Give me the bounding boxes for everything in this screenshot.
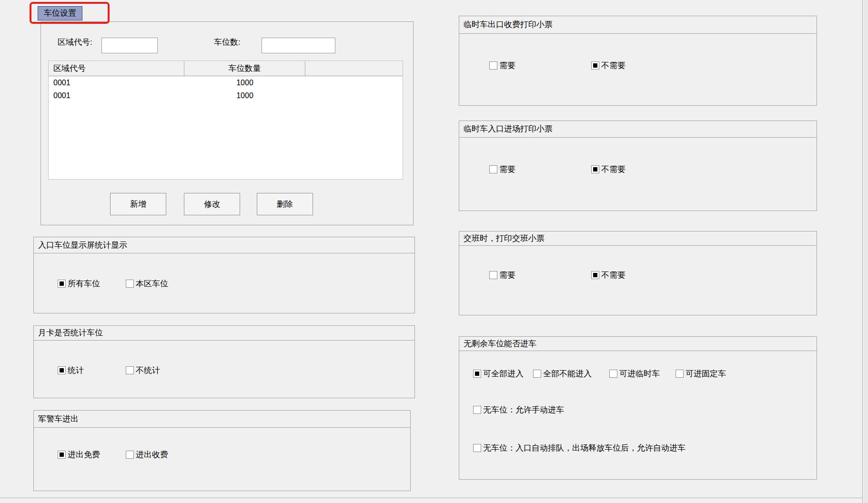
window-right-margin: [863, 0, 868, 503]
group-title: 临时车入口进场打印小票: [459, 121, 817, 138]
checkbox-charged-in-out[interactable]: [126, 451, 134, 459]
column-header-empty[interactable]: [305, 61, 403, 76]
space-count-input[interactable]: [262, 38, 335, 53]
checkbox-none-can-enter[interactable]: [533, 370, 541, 378]
checkbox-no-need[interactable]: [591, 165, 599, 173]
area-code-panel: 区域代号: 车位数: 区域代号 车位数量 0001 1000 0001 1000…: [40, 21, 414, 225]
checkbox-fixed-cars-can-enter[interactable]: [676, 370, 684, 378]
option-label: 需要: [499, 164, 515, 175]
option-label: 所有车位: [68, 278, 100, 289]
checkbox-need[interactable]: [489, 271, 497, 279]
group-title: 月卡是否统计车位: [34, 326, 414, 341]
area-code-label: 区域代号:: [58, 37, 92, 48]
option-manual-entry-allowed[interactable]: 无车位：允许手动进车: [473, 404, 564, 415]
modify-button[interactable]: 修改: [184, 193, 240, 215]
checkbox-no-need[interactable]: [591, 271, 599, 279]
option-label: 可进临时车: [619, 368, 660, 379]
option-label: 无车位：允许手动进车: [483, 404, 564, 415]
option-label: 可全部进入: [483, 368, 524, 379]
option-label: 本区车位: [136, 278, 168, 289]
checkbox-all-can-enter[interactable]: [473, 370, 481, 378]
shift-ticket-group: 交班时，打印交班小票 需要 不需要: [459, 231, 817, 315]
option-all-can-enter[interactable]: 可全部进入: [473, 368, 524, 379]
option-label: 进出收费: [136, 449, 168, 460]
option-label: 需要: [499, 270, 515, 281]
option-need[interactable]: 需要: [489, 60, 515, 71]
temp-entry-ticket-group: 临时车入口进场打印小票 需要 不需要: [459, 121, 817, 211]
option-none-can-enter[interactable]: 全部不能进入: [533, 368, 592, 379]
checkbox-count[interactable]: [58, 366, 66, 374]
checkbox-need[interactable]: [489, 165, 497, 173]
option-label: 统计: [68, 365, 84, 376]
cell-area-code: 0001: [49, 89, 184, 102]
group-title: 无剩余车位能否进车: [459, 337, 817, 351]
option-fixed-cars-can-enter[interactable]: 可进固定车: [676, 368, 726, 379]
option-no-need[interactable]: 不需要: [591, 270, 626, 281]
option-label: 无车位：入口自动排队，出场释放车位后，允许自动进车: [483, 443, 686, 453]
table-row[interactable]: 0001 1000: [49, 76, 403, 89]
space-count-label: 车位数:: [214, 37, 241, 48]
checkbox-all-spaces[interactable]: [58, 280, 66, 288]
add-button[interactable]: 新增: [110, 193, 166, 215]
window-bottom-highlight: [0, 498, 862, 499]
option-this-area-spaces[interactable]: 本区车位: [126, 278, 168, 289]
cell-space-count: 1000: [184, 76, 305, 89]
checkbox-no-need[interactable]: [591, 61, 599, 70]
table-row[interactable]: 0001 1000: [49, 89, 403, 102]
option-label: 进出免费: [68, 449, 100, 460]
option-free-in-out[interactable]: 进出免费: [58, 449, 100, 460]
group-title: 交班时，打印交班小票: [459, 231, 817, 246]
tab-parking-space-settings[interactable]: 车位设置: [38, 6, 82, 20]
entry-display-group: 入口车位显示屏统计显示 所有车位 本区车位: [33, 237, 415, 313]
group-title: 临时车出口收费打印小票: [459, 16, 817, 34]
monthly-card-group: 月卡是否统计车位 统计 不统计: [33, 325, 415, 398]
group-title: 军警车进出: [34, 411, 410, 428]
option-label: 不需要: [601, 270, 626, 281]
option-need[interactable]: 需要: [489, 164, 515, 175]
checkbox-temp-cars-can-enter[interactable]: [609, 370, 617, 378]
option-label: 可进固定车: [686, 368, 726, 379]
option-no-need[interactable]: 不需要: [591, 60, 626, 71]
checkbox-not-count[interactable]: [126, 366, 134, 374]
option-count[interactable]: 统计: [58, 365, 84, 376]
checkbox-need[interactable]: [489, 61, 497, 70]
option-not-count[interactable]: 不统计: [126, 365, 160, 376]
column-header-space-count[interactable]: 车位数量: [184, 61, 305, 76]
option-need[interactable]: 需要: [489, 270, 515, 281]
no-space-entry-group: 无剩余车位能否进车 可全部进入 全部不能进入 可进临时车 可进固定车 无车位：允…: [459, 336, 817, 480]
checkbox-free-in-out[interactable]: [58, 451, 66, 459]
option-auto-queue-entry[interactable]: 无车位：入口自动排队，出场释放车位后，允许自动进车: [473, 443, 686, 453]
military-police-group: 军警车进出 进出免费 进出收费: [33, 410, 411, 491]
cell-space-count: 1000: [184, 89, 305, 102]
checkbox-manual-entry-allowed[interactable]: [473, 406, 481, 414]
temp-exit-ticket-group: 临时车出口收费打印小票 需要 不需要: [459, 16, 817, 106]
delete-button[interactable]: 删除: [257, 193, 313, 215]
option-label: 需要: [499, 60, 515, 71]
option-label: 不统计: [136, 365, 160, 376]
table-header-row: 区域代号 车位数量: [49, 61, 403, 76]
option-temp-cars-can-enter[interactable]: 可进临时车: [609, 368, 660, 379]
option-label: 不需要: [601, 164, 626, 175]
cell-area-code: 0001: [49, 76, 184, 89]
option-all-spaces[interactable]: 所有车位: [58, 278, 100, 289]
checkbox-this-area-spaces[interactable]: [126, 280, 134, 288]
group-title: 入口车位显示屏统计显示: [34, 237, 414, 253]
area-code-table: 区域代号 车位数量 0001 1000 0001 1000: [48, 60, 403, 180]
area-code-input[interactable]: [101, 38, 158, 53]
option-label: 全部不能进入: [543, 368, 592, 379]
option-no-need[interactable]: 不需要: [591, 164, 626, 175]
checkbox-auto-queue-entry[interactable]: [473, 444, 481, 452]
option-charged-in-out[interactable]: 进出收费: [126, 449, 168, 460]
option-label: 不需要: [601, 60, 626, 71]
column-header-area-code[interactable]: 区域代号: [49, 61, 184, 76]
